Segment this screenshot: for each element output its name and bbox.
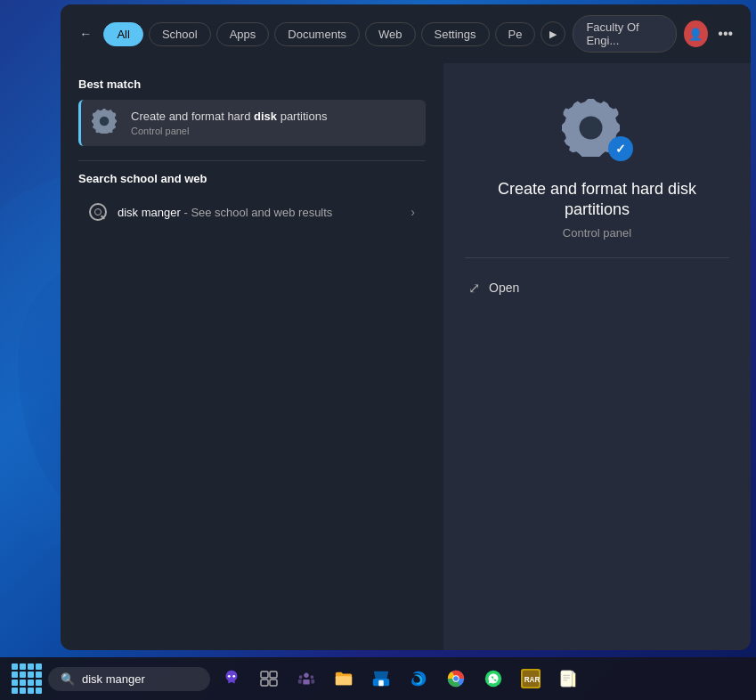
taskbar-app-whatsapp[interactable] (477, 663, 509, 695)
chevron-right-icon: › (411, 205, 415, 219)
grid-item-3 (28, 663, 34, 670)
grid-item-15 (28, 688, 34, 694)
winrar-icon: RAR (521, 669, 541, 688)
grid-item-2 (20, 663, 26, 670)
edge-icon (409, 669, 428, 688)
detail-check-badge: ✓ (608, 136, 633, 161)
tab-pe[interactable]: Pe (495, 22, 536, 46)
grid-item-5 (12, 672, 18, 678)
left-panel: Best match Create and format hard disk p… (61, 63, 443, 650)
file-explorer-icon (334, 669, 354, 688)
grid-item-1 (12, 663, 18, 670)
grid-item-9 (12, 680, 18, 686)
more-tabs-button[interactable]: ▶ (541, 21, 565, 46)
result-icon (92, 109, 120, 137)
web-search-item[interactable]: disk manger - See school and web results… (78, 194, 426, 230)
section-divider-1 (78, 160, 426, 161)
tab-settings[interactable]: Settings (421, 22, 490, 46)
taskbar-search-icon: 🔍 (61, 672, 75, 686)
back-button[interactable]: ← (75, 21, 96, 46)
svg-point-15 (453, 676, 459, 681)
svg-rect-7 (270, 680, 277, 686)
tab-all[interactable]: All (103, 22, 142, 46)
detail-app-category: Control panel (563, 226, 631, 240)
detail-actions: ⤢ Open (465, 273, 729, 304)
web-section-title: Search school and web (78, 172, 426, 185)
task-view-icon (260, 671, 278, 687)
teams-icon (297, 669, 316, 688)
taskbar-app-notepad[interactable] (552, 663, 584, 695)
svg-rect-4 (261, 672, 268, 678)
grid-item-4 (36, 663, 42, 670)
svg-rect-8 (303, 680, 309, 685)
grid-item-13 (12, 688, 18, 694)
copilot-icon (222, 669, 241, 688)
svg-rect-6 (261, 680, 268, 686)
taskbar-app-chrome[interactable] (440, 663, 472, 695)
grid-item-6 (20, 672, 26, 678)
search-header: ← All School Apps Documents Web Settings… (61, 4, 751, 63)
user-avatar[interactable]: 👤 (684, 20, 707, 47)
search-popup: ← All School Apps Documents Web Settings… (61, 4, 751, 650)
start-grid-icon (12, 663, 42, 694)
notepad-icon (558, 669, 578, 688)
taskbar-app-copilot[interactable] (215, 663, 248, 695)
web-result-text: disk manger - See school and web results (118, 206, 400, 219)
result-subtitle: Control panel (131, 126, 415, 136)
taskbar-app-store[interactable] (365, 663, 397, 695)
taskbar-search-bar[interactable]: 🔍 (48, 667, 210, 691)
result-bold: disk (254, 110, 277, 123)
svg-point-2 (228, 675, 231, 678)
grid-item-16 (36, 688, 42, 694)
detail-app-title: Create and format hard disk partitions (465, 179, 729, 221)
svg-text:RAR: RAR (524, 676, 541, 684)
more-options-button[interactable]: ••• (715, 21, 736, 46)
best-match-title: Best match (78, 77, 426, 91)
svg-rect-11 (378, 680, 384, 686)
svg-rect-5 (270, 672, 277, 678)
best-match-item[interactable]: Create and format hard disk partitions C… (78, 100, 426, 146)
chrome-icon (446, 669, 466, 688)
tab-web[interactable]: Web (365, 22, 416, 46)
grid-item-14 (20, 688, 26, 694)
taskbar-app-winrar[interactable]: RAR (515, 663, 547, 695)
svg-rect-20 (561, 671, 573, 687)
right-panel: ✓ Create and format hard disk partitions… (443, 63, 751, 650)
svg-point-1 (579, 117, 602, 140)
start-button[interactable] (11, 663, 43, 695)
result-title: Create and format hard disk partitions (131, 110, 415, 125)
open-icon: ⤢ (468, 280, 480, 297)
grid-item-8 (36, 672, 42, 678)
tab-school[interactable]: School (149, 22, 211, 46)
taskbar: 🔍 (0, 657, 756, 700)
taskbar-app-taskview[interactable] (253, 663, 285, 695)
grid-item-10 (20, 680, 26, 686)
search-icon-inner (94, 208, 102, 216)
open-action-button[interactable]: ⤢ Open (465, 273, 729, 304)
detail-icon: ✓ (562, 99, 633, 161)
result-text: Create and format hard disk partitions C… (131, 110, 415, 137)
svg-rect-9 (336, 676, 352, 685)
search-icon (89, 203, 107, 221)
taskbar-app-file-explorer[interactable] (328, 663, 360, 695)
web-query: disk manger (118, 206, 181, 219)
svg-point-0 (100, 117, 110, 126)
open-label: Open (489, 281, 519, 295)
user-label[interactable]: Faculty Of Engi... (573, 15, 677, 53)
whatsapp-icon (484, 669, 503, 688)
web-suffix: - See school and web results (183, 206, 332, 219)
tab-documents[interactable]: Documents (274, 22, 360, 46)
grid-item-11 (28, 680, 34, 686)
store-icon (371, 669, 391, 688)
svg-point-3 (232, 675, 235, 678)
grid-item-7 (28, 672, 34, 678)
tab-apps[interactable]: Apps (216, 22, 270, 46)
taskbar-app-teams[interactable] (290, 663, 322, 695)
detail-divider (465, 257, 729, 258)
taskbar-app-edge[interactable] (402, 663, 435, 695)
filter-tabs: All School Apps Documents Web Settings P… (103, 21, 565, 46)
grid-item-12 (36, 680, 42, 686)
taskbar-search-input[interactable] (82, 672, 198, 686)
search-content: Best match Create and format hard disk p… (61, 63, 751, 650)
